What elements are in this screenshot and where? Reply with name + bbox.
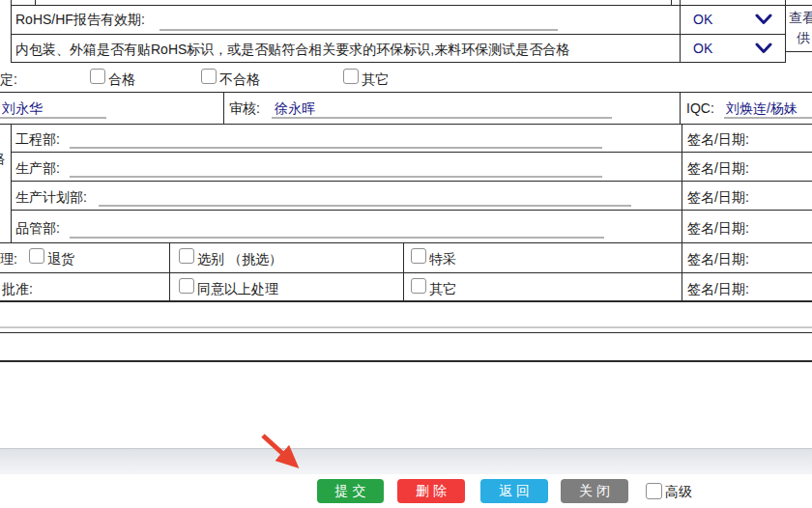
- checkbox-pass[interactable]: [90, 69, 105, 84]
- border-line: [169, 242, 170, 301]
- dept-production-label: 生产部:: [15, 159, 60, 177]
- dept-quality-sign-label: 签名/日期:: [687, 219, 749, 237]
- delete-button[interactable]: 删 除: [397, 479, 465, 503]
- approval-sign-label: 签名/日期:: [687, 280, 749, 297]
- border-line: [785, 51, 812, 52]
- packaging-question-label: 内包装、外箱是否有贴RoHS标识，或是否贴符合相关要求的环保标识,来料环保测试是…: [15, 41, 569, 58]
- red-arrow-annotation: [249, 429, 323, 488]
- dept-production-sign-label: 签名/日期:: [687, 159, 749, 177]
- border-line: [682, 242, 682, 301]
- border-line: [0, 92, 812, 93]
- packaging-status-select[interactable]: OK: [680, 35, 785, 62]
- clipped-left-label-fragment: 格: [0, 150, 5, 167]
- inspector-input-line[interactable]: [0, 117, 106, 119]
- checkbox-other-approval[interactable]: [411, 278, 426, 294]
- packaging-status-value: OK: [693, 40, 712, 57]
- approval-label: 批准:: [2, 280, 33, 297]
- border-line: [11, 152, 812, 153]
- checkbox-fail[interactable]: [201, 69, 217, 84]
- border-line: [11, 34, 785, 35]
- border-line: [11, 181, 812, 182]
- iqc-value: 刘焕连/杨妹: [726, 99, 798, 117]
- handling-label: 理:: [0, 250, 17, 268]
- dept-quality-input-line[interactable]: [70, 237, 604, 239]
- handling-sign-label: 签名/日期:: [687, 250, 749, 268]
- judgement-label: 定:: [0, 71, 17, 88]
- border-line: [0, 242, 812, 243]
- border-line: [682, 124, 682, 243]
- divider-line: [0, 332, 812, 333]
- rohs-report-status-select[interactable]: OK: [680, 6, 785, 34]
- checkbox-agree-handling[interactable]: [179, 278, 194, 294]
- checkbox-return-goods[interactable]: [29, 248, 44, 264]
- dept-planning-label: 生产计划部:: [15, 188, 87, 206]
- checkbox-return-goods-label: 退货: [47, 250, 74, 268]
- footer-band: [0, 448, 812, 474]
- border-line: [11, 62, 785, 63]
- advanced-checkbox[interactable]: [646, 483, 662, 499]
- dept-quality-label: 品管部:: [15, 219, 60, 237]
- iqc-label: IQC:: [686, 99, 714, 117]
- checkbox-other-judgement-label: 其它: [362, 71, 389, 88]
- dept-engineering-sign-label: 签名/日期:: [687, 130, 749, 148]
- checkbox-fail-label: 不合格: [219, 71, 260, 88]
- checkbox-agree-handling-label: 同意以上处理: [197, 280, 278, 297]
- checkbox-other-judgement[interactable]: [343, 69, 359, 84]
- checkbox-pass-label: 合格: [108, 71, 135, 88]
- border-line: [680, 92, 681, 125]
- reviewer-input-line[interactable]: [272, 117, 612, 119]
- border-line: [0, 124, 812, 125]
- chevron-down-icon: [755, 14, 772, 29]
- iqc-input-line[interactable]: [724, 117, 812, 119]
- border-line: [0, 300, 812, 302]
- rohs-report-status-value: OK: [693, 11, 712, 28]
- back-button[interactable]: 返 回: [480, 479, 548, 503]
- divider-line: [0, 360, 812, 362]
- dept-engineering-label: 工程部:: [15, 130, 60, 148]
- border-line: [223, 92, 224, 125]
- divider-line: [0, 326, 812, 328]
- reviewer-label: 审核:: [229, 99, 260, 117]
- close-button[interactable]: 关 闭: [561, 479, 628, 503]
- border-line: [11, 210, 812, 211]
- reviewer-value: 徐永晖: [275, 99, 315, 117]
- border-line: [0, 272, 812, 273]
- dept-engineering-input-line[interactable]: [70, 147, 602, 149]
- border-line: [11, 0, 12, 63]
- border-line: [11, 124, 12, 243]
- advanced-checkbox-label: 高级: [665, 483, 692, 500]
- side-text-fragment: 供: [797, 29, 810, 46]
- side-cell: 查看 供: [786, 6, 812, 51]
- form-screen: RoHS/HF报告有效期: OK 内包装、外箱是否有贴RoHS标识，或是否贴符合…: [0, 0, 812, 508]
- border-line: [403, 242, 404, 301]
- dept-planning-sign-label: 签名/日期:: [687, 188, 749, 206]
- rohs-report-input-line[interactable]: [160, 29, 558, 31]
- checkbox-sorting-label: 选别 （挑选）: [197, 250, 282, 268]
- rohs-report-label: RoHS/HF报告有效期:: [15, 11, 145, 28]
- inspector-value: 刘永华: [2, 99, 43, 117]
- border-line: [671, 0, 672, 6]
- submit-button[interactable]: 提 交: [317, 479, 384, 503]
- chevron-down-icon: [755, 42, 772, 58]
- checkbox-special-acceptance[interactable]: [411, 248, 426, 264]
- view-link[interactable]: 查看: [789, 9, 812, 26]
- dept-planning-input-line[interactable]: [99, 205, 631, 207]
- checkbox-other-approval-label: 其它: [429, 280, 456, 297]
- border-line: [35, 0, 36, 6]
- checkbox-special-acceptance-label: 特采: [429, 250, 456, 268]
- checkbox-sorting[interactable]: [179, 248, 194, 264]
- dept-production-input-line[interactable]: [70, 176, 602, 178]
